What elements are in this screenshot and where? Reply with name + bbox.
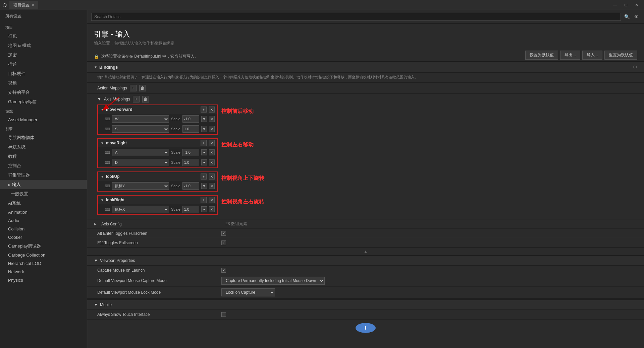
sidebar-item-input[interactable]: ▶ 输入 xyxy=(0,180,87,189)
search-icon[interactable]: 🔍 xyxy=(623,13,631,20)
scale-input-mousey[interactable] xyxy=(182,182,199,190)
move-right-add[interactable]: + xyxy=(201,140,207,146)
sidebar-item-target-hardware[interactable]: 目标硬件 xyxy=(0,69,87,78)
binding-select-d[interactable]: D xyxy=(112,159,169,166)
sidebar-item-gameplay-tags[interactable]: Gameplay标签 xyxy=(0,97,87,107)
delete-d[interactable]: ✕ xyxy=(209,159,215,165)
sidebar-item-asset-manager[interactable]: Asset Manager xyxy=(0,116,87,124)
axis-config-arrow[interactable]: ▶ xyxy=(94,222,97,226)
sidebar-item-cooker[interactable]: Cooker xyxy=(0,233,87,241)
look-right-delete[interactable]: ✕ xyxy=(209,197,215,203)
sidebar-item-general-settings[interactable]: 一般设置 xyxy=(0,189,87,199)
touch-interface-checkbox[interactable] xyxy=(221,312,226,317)
sidebar-item-encryption[interactable]: 加密 xyxy=(0,50,87,60)
axis-config-label[interactable]: Axis Config xyxy=(98,222,225,226)
binding-select-w[interactable]: W xyxy=(112,115,169,123)
sidebar-item-crowd-manager[interactable]: 群集管理器 xyxy=(0,170,87,180)
delete-mousey[interactable]: ✕ xyxy=(209,183,215,189)
binding-select-mousex[interactable]: 鼠标X xyxy=(112,206,169,213)
sidebar-all-settings[interactable]: 所有设置 xyxy=(0,10,87,22)
lock-mode-dropdown[interactable]: Lock on Capture xyxy=(221,288,275,296)
vp-section-header[interactable]: ▼ Viewport Properties xyxy=(87,256,644,266)
sidebar-item-network[interactable]: Network xyxy=(0,268,87,276)
scale-btn-d[interactable]: ▼ xyxy=(201,159,207,165)
scale-btn-mousey[interactable]: ▼ xyxy=(201,183,207,189)
close-button[interactable]: ✕ xyxy=(632,2,641,8)
scale-input-s[interactable] xyxy=(182,125,199,133)
move-forward-delete[interactable]: ✕ xyxy=(209,107,215,113)
header-buttons: 设置为默认值 导出... 导入... 重置为默认值 xyxy=(525,51,637,60)
delete-mousex[interactable]: ✕ xyxy=(209,206,215,212)
delete-w[interactable]: ✕ xyxy=(209,116,215,122)
scale-input-w[interactable] xyxy=(182,115,199,123)
alt-fullscreen-checkbox[interactable] xyxy=(221,231,226,236)
sidebar-item-audio[interactable]: Audio xyxy=(0,216,87,225)
search-input[interactable] xyxy=(91,13,621,21)
action-mappings-delete[interactable]: 🗑 xyxy=(139,85,146,91)
bindings-settings-icon[interactable]: ⚙ xyxy=(633,64,637,70)
mobile-section-header[interactable]: ▼ Mobile xyxy=(87,299,644,310)
bindings-section-header[interactable]: ▼ Bindings ⚙ xyxy=(87,62,644,73)
sidebar-item-console[interactable]: 控制台 xyxy=(0,161,87,170)
export-button[interactable]: 导出... xyxy=(560,51,580,60)
scale-btn-a[interactable]: ▼ xyxy=(201,149,207,155)
delete-a[interactable]: ✕ xyxy=(209,149,215,155)
action-mappings-add[interactable]: + xyxy=(130,85,137,91)
set-default-button[interactable]: 设置为默认值 xyxy=(525,51,558,60)
f11-fullscreen-checkbox[interactable] xyxy=(221,240,226,245)
scale-input-d[interactable] xyxy=(182,159,199,166)
look-right-add[interactable]: + xyxy=(201,197,207,203)
scale-label-w: Scale xyxy=(171,117,180,121)
axis-binding-w: ⌨ W Scale ▼ ✕ xyxy=(98,114,217,124)
scale-btn-s[interactable]: ▼ xyxy=(201,126,207,132)
binding-select-s[interactable]: S xyxy=(112,125,169,133)
capture-mode-dropdown[interactable]: Capture Permanently Including Initial Mo… xyxy=(221,277,325,285)
axis-group-move-right-header[interactable]: ▼ moveRight + ✕ xyxy=(98,139,217,147)
axis-group-look-up-header[interactable]: ▼ lookUp + ✕ xyxy=(98,172,217,181)
sidebar-item-ai[interactable]: AI系统 xyxy=(0,199,87,208)
sidebar-item-supported-platforms[interactable]: 支持的平台 xyxy=(0,88,87,97)
sidebar-item-gameplay-debugger[interactable]: Gameplay调试器 xyxy=(0,241,87,251)
touch-interface-row: Always Show Touch Interface xyxy=(87,310,644,319)
eye-icon[interactable]: 👁 xyxy=(633,13,640,20)
sidebar-item-nav-mesh[interactable]: 导航网格物体 xyxy=(0,133,87,142)
sidebar-item-hlod[interactable]: Hierarchical LOD xyxy=(0,259,87,268)
move-right-delete[interactable]: ✕ xyxy=(209,140,215,146)
reset-button[interactable]: 重置为默认值 xyxy=(604,51,637,60)
page-title: 引擎 - 输入 xyxy=(94,29,637,39)
sidebar-item-description[interactable]: 描述 xyxy=(0,60,87,69)
delete-s[interactable]: ✕ xyxy=(209,126,215,132)
sidebar-item-collision[interactable]: Collision xyxy=(0,225,87,233)
tab-close[interactable]: ✕ xyxy=(32,3,34,7)
sidebar-item-tutorial[interactable]: 教程 xyxy=(0,152,87,161)
blue-circle-btn[interactable]: ⬆ xyxy=(356,323,376,333)
import-button[interactable]: 导入... xyxy=(582,51,602,60)
move-forward-add[interactable]: + xyxy=(201,107,207,113)
scale-btn-mousex[interactable]: ▼ xyxy=(201,206,207,212)
binding-select-mousey[interactable]: 鼠标Y xyxy=(112,182,169,190)
content-scroll[interactable]: ▼ Bindings ⚙ 动作和按键映射射提供了一种通过在输入行为和激活该行为的… xyxy=(87,62,644,348)
axis-delete-btn[interactable]: 🗑 xyxy=(142,96,149,102)
look-up-delete[interactable]: ✕ xyxy=(209,173,215,180)
axis-group-look-right-header[interactable]: ▼ lookRight + ✕ xyxy=(98,196,217,204)
look-up-add[interactable]: + xyxy=(201,173,207,180)
sidebar-item-nav-system[interactable]: 导航系统 xyxy=(0,142,87,152)
minimize-button[interactable]: — xyxy=(610,2,620,8)
maximize-button[interactable]: □ xyxy=(621,2,631,8)
capture-mouse-checkbox[interactable] xyxy=(221,268,226,273)
sidebar-item-input-label: 输入 xyxy=(12,182,21,188)
scale-btn-w[interactable]: ▼ xyxy=(201,116,207,122)
scale-input-mousex[interactable] xyxy=(182,206,199,213)
sidebar-item-physics[interactable]: Physics xyxy=(0,276,87,284)
sidebar-item-video[interactable]: 视频 xyxy=(0,78,87,88)
titlebar-tab[interactable]: 项目设置 ✕ xyxy=(9,1,38,9)
binding-select-a[interactable]: A xyxy=(112,149,169,156)
axis-add-btn[interactable]: + xyxy=(133,96,140,102)
sidebar-item-animation[interactable]: Animation xyxy=(0,208,87,216)
axis-binding-a: ⌨ A Scale ▼ ✕ xyxy=(98,147,217,157)
sidebar-item-gc[interactable]: Garbage Collection xyxy=(0,251,87,259)
sidebar-item-package[interactable]: 打包 xyxy=(0,31,87,41)
axis-group-move-forward-header[interactable]: ▼ moveForward + ✕ xyxy=(98,105,217,114)
scale-input-a[interactable] xyxy=(182,149,199,156)
sidebar-item-maps[interactable]: 地图 & 模式 xyxy=(0,41,87,50)
